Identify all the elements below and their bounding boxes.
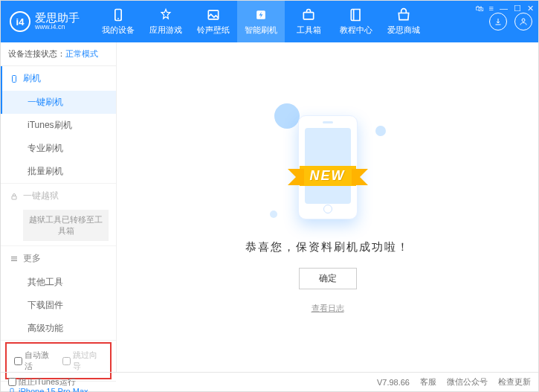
image-icon [206, 7, 221, 22]
nav-toolbox[interactable]: 工具箱 [285, 1, 332, 42]
book-icon [349, 7, 364, 22]
sidebar-item-download-firmware[interactable]: 下载固件 [1, 294, 116, 317]
version-label: V7.98.66 [377, 378, 410, 387]
success-illustration: NEW [268, 100, 387, 227]
cart-icon[interactable]: 🛍 [475, 4, 483, 13]
new-ribbon: NEW [300, 166, 356, 186]
svg-rect-7 [13, 75, 16, 82]
logo: i4 爱思助手 www.i4.cn [10, 11, 80, 32]
section-flash[interactable]: 刷机 [1, 66, 116, 91]
svg-rect-4 [303, 13, 313, 19]
success-message: 恭喜您，保资料刷机成功啦！ [245, 240, 410, 254]
section-more[interactable]: 更多 [1, 246, 116, 271]
section-jailbreak[interactable]: 一键越狱 [1, 184, 116, 208]
jailbreak-moved-notice[interactable]: 越狱工具已转移至工具箱 [23, 210, 109, 241]
flash-icon [254, 7, 268, 22]
view-log-link[interactable]: 查看日志 [312, 303, 344, 314]
close-icon[interactable]: ✕ [527, 4, 534, 13]
minimize-icon[interactable]: — [500, 4, 508, 13]
skip-guide-checkbox[interactable]: 跳过向导 [62, 350, 103, 372]
main-nav: 我的设备 应用游戏 铃声壁纸 智能刷机 工具箱 教程中心 [94, 1, 427, 42]
sidebar-item-itunes-flash[interactable]: iTunes刷机 [1, 114, 116, 137]
store-icon [396, 7, 411, 22]
footer-link-support[interactable]: 客服 [420, 376, 436, 388]
sidebar-item-other-tools[interactable]: 其他工具 [1, 271, 116, 294]
menu-lines-icon [10, 254, 19, 263]
logo-subtitle: www.i4.cn [35, 24, 80, 31]
nav-flash[interactable]: 智能刷机 [237, 1, 285, 42]
footer-link-wechat[interactable]: 微信公众号 [447, 376, 488, 388]
nav-ringtones[interactable]: 铃声壁纸 [190, 1, 237, 42]
lock-icon [10, 192, 19, 201]
sidebar-item-pro-flash[interactable]: 专业刷机 [1, 137, 116, 160]
connection-status: 设备连接状态：正常模式 [1, 42, 116, 66]
sidebar-item-one-click-flash[interactable]: 一键刷机 [1, 91, 116, 114]
nav-apps[interactable]: 应用游戏 [142, 1, 190, 42]
logo-icon: i4 [10, 11, 30, 32]
sidebar: 设备连接状态：正常模式 刷机 一键刷机 iTunes刷机 专业刷机 批量刷机 一… [1, 42, 117, 372]
sidebar-item-advanced[interactable]: 高级功能 [1, 317, 116, 340]
footer: 阻止iTunes运行 V7.98.66 客服 微信公众号 检查更新 [1, 372, 538, 391]
ok-button[interactable]: 确定 [299, 268, 357, 289]
svg-rect-8 [12, 196, 16, 199]
maximize-icon[interactable]: ☐ [514, 4, 521, 13]
device-icon [111, 7, 126, 22]
user-button[interactable] [514, 13, 532, 30]
main-content: NEW 恭喜您，保资料刷机成功啦！ 确定 查看日志 [117, 42, 538, 372]
nav-store[interactable]: 爱思商城 [380, 1, 427, 42]
apps-icon [158, 7, 173, 22]
nav-my-device[interactable]: 我的设备 [94, 1, 142, 42]
sidebar-item-batch-flash[interactable]: 批量刷机 [1, 160, 116, 183]
auto-activate-checkbox[interactable]: 自动激活 [14, 350, 55, 372]
menu-icon[interactable]: ≡ [489, 4, 494, 13]
toolbox-icon [301, 7, 316, 22]
footer-link-update[interactable]: 检查更新 [498, 376, 531, 388]
app-header: 🛍 ≡ — ☐ ✕ i4 爱思助手 www.i4.cn 我的设备 应用游戏 [1, 1, 538, 42]
nav-tutorials[interactable]: 教程中心 [332, 1, 380, 42]
download-button[interactable] [489, 13, 507, 30]
phone-icon [10, 74, 19, 83]
window-controls: 🛍 ≡ — ☐ ✕ [475, 4, 534, 13]
logo-title: 爱思助手 [35, 12, 80, 25]
block-itunes-checkbox[interactable]: 阻止iTunes运行 [8, 376, 76, 388]
svg-point-6 [522, 19, 525, 22]
